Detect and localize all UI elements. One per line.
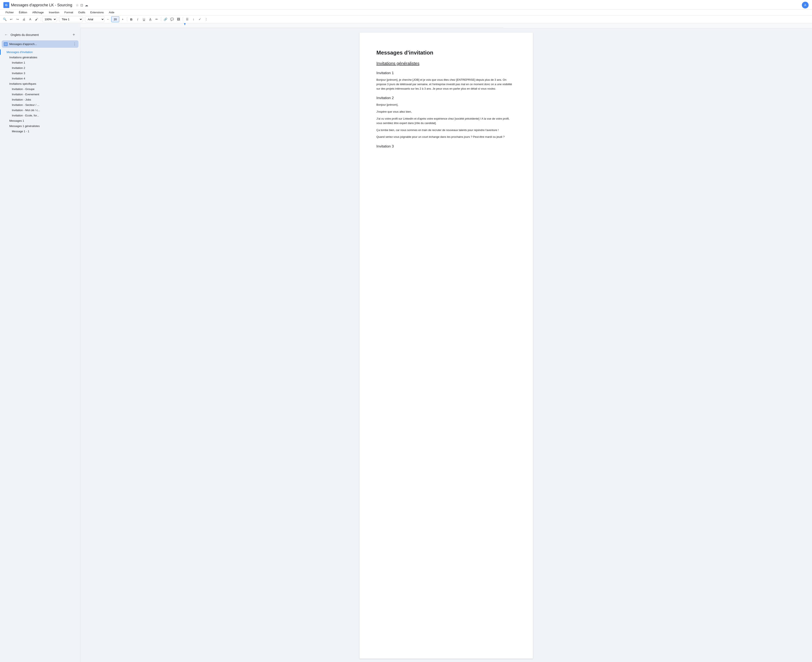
- doc-title-heading: Messages d'invitation: [376, 50, 516, 56]
- sidebar: ← Onglets du document + Messages d'appro…: [0, 28, 81, 662]
- ruler-svg: for (let i = -2; i <= 16; i++) { // tick…: [81, 23, 812, 28]
- doc-h2-generalistes: Invitations généralistes: [376, 61, 516, 66]
- underline-button[interactable]: U: [141, 16, 147, 22]
- menu-insertion[interactable]: Insertion: [47, 10, 61, 15]
- nav-item-12[interactable]: Invitation - Ecole, for...: [0, 113, 80, 118]
- menu-affichage[interactable]: Affichage: [30, 10, 46, 15]
- font-size-input[interactable]: [111, 16, 119, 22]
- doc-p-invitation2-2: J'espère que vous allez bien,: [376, 110, 516, 114]
- align-button[interactable]: ☰: [184, 16, 190, 22]
- doc-tab-name: Messages d'approch...: [9, 42, 71, 46]
- text-color-button[interactable]: A: [147, 16, 153, 22]
- doc-title: Messages d'approche LK - Sourcing: [11, 3, 72, 7]
- cloud-icon[interactable]: ☁: [85, 3, 88, 7]
- redo-button[interactable]: ↪: [14, 16, 21, 22]
- print-button[interactable]: 🖨: [21, 16, 27, 22]
- doc-h3-invitation3: Invitation 3: [376, 144, 516, 149]
- nav-item-15[interactable]: Message 1 - 1: [0, 129, 80, 134]
- svg-rect-0: [81, 23, 812, 28]
- style-select[interactable]: Titre 1 Titre 2 Titre 3 Normal: [60, 16, 83, 22]
- doc-p-invitation1: Bonjour [prénom], je cherche [JOB] et je…: [376, 78, 516, 91]
- menu-fichier[interactable]: Fichier: [3, 10, 16, 15]
- italic-button[interactable]: I: [135, 16, 141, 22]
- checklist-button[interactable]: ✓: [197, 16, 203, 22]
- sep4: [127, 17, 127, 21]
- back-button[interactable]: ←: [3, 32, 9, 38]
- nav-items: Messages d'invitationInvitations général…: [0, 50, 80, 134]
- menu-outils[interactable]: Outils: [76, 10, 87, 15]
- doc-tab-more-icon[interactable]: ⋮: [73, 42, 76, 46]
- undo-button[interactable]: ↩: [8, 16, 14, 22]
- folder-icon[interactable]: ⊡: [81, 3, 83, 7]
- section-generalistes: Invitations généralistes Invitation 1 Bo…: [376, 61, 516, 149]
- nav-item-2[interactable]: Invitation 1: [0, 60, 80, 65]
- menu-aide[interactable]: Aide: [107, 10, 116, 15]
- doc-p-invitation2-5: Quand seriez-vous joignable pour un cour…: [376, 135, 516, 139]
- nav-item-14[interactable]: Messages 1 généralistes: [0, 124, 80, 129]
- nav-item-13[interactable]: Messages 1: [0, 118, 80, 124]
- nav-item-1[interactable]: Invitations généralistes: [0, 55, 80, 60]
- doc-page: Messages d'invitation Invitations généra…: [359, 32, 533, 659]
- paint-format-button[interactable]: 🖌: [34, 16, 40, 22]
- font-size-increase[interactable]: +: [120, 16, 126, 22]
- doc-p-invitation2-3: J'ai vu votre profil sur LinkedIn et d'a…: [376, 117, 516, 125]
- more-options-button[interactable]: ⋮: [203, 16, 209, 22]
- user-avatar[interactable]: A: [802, 2, 809, 8]
- comment-button[interactable]: 💬: [169, 16, 175, 22]
- search-button[interactable]: 🔍: [2, 16, 8, 22]
- doc-area[interactable]: Messages d'invitation Invitations généra…: [81, 28, 812, 662]
- image-button[interactable]: 🖼: [176, 16, 181, 22]
- toolbar: 🔍 ↩ ↪ 🖨 A 🖌 100% 75% 125% 150% Titre 1 T…: [0, 15, 812, 23]
- doc-h3-invitation2: Invitation 2: [376, 96, 516, 100]
- nav-item-3[interactable]: Invitation 2: [0, 65, 80, 71]
- doc-tab[interactable]: Messages d'approch... ⋮: [2, 40, 79, 48]
- menu-edition[interactable]: Édition: [17, 10, 29, 15]
- bold-button[interactable]: B: [128, 16, 134, 22]
- line-spacing-button[interactable]: ↕: [190, 16, 197, 22]
- doc-p-invitation2-4: Ça tombe bien, car nous sommes en train …: [376, 128, 516, 132]
- zoom-select[interactable]: 100% 75% 125% 150%: [42, 16, 57, 22]
- spellcheck-button[interactable]: A: [27, 16, 33, 22]
- menu-format[interactable]: Format: [62, 10, 75, 15]
- google-docs-icon: G: [3, 2, 9, 8]
- nav-item-8[interactable]: Invitation - Evenement: [0, 92, 80, 97]
- link-button[interactable]: 🔗: [163, 16, 169, 22]
- star-icon[interactable]: ☆: [76, 3, 79, 7]
- font-select[interactable]: Arial Times New Roman Roboto: [85, 16, 105, 22]
- title-bar: G Messages d'approche LK - Sourcing ☆ ⊡ …: [0, 0, 812, 10]
- sidebar-header: ← Onglets du document +: [0, 32, 80, 40]
- nav-item-11[interactable]: Invitation - Mot clé / c...: [0, 108, 80, 113]
- doc-tab-icon: [4, 42, 8, 46]
- nav-item-4[interactable]: Invitation 3: [0, 71, 80, 76]
- sidebar-title: Onglets du document: [11, 33, 39, 37]
- title-icons: ☆ ⊡ ☁: [76, 3, 88, 7]
- sep3: [84, 17, 84, 21]
- sidebar-header-left: ← Onglets du document: [3, 32, 39, 38]
- menu-bar: Fichier Édition Affichage Insertion Form…: [0, 10, 812, 15]
- add-tab-button[interactable]: +: [71, 32, 77, 38]
- main-layout: ← Onglets du document + Messages d'appro…: [0, 28, 812, 662]
- sep1: [41, 17, 41, 21]
- nav-item-0[interactable]: Messages d'invitation: [0, 50, 80, 55]
- nav-item-5[interactable]: Invitation 4: [0, 76, 80, 81]
- nav-item-7[interactable]: Invitation - Groupe: [0, 87, 80, 92]
- nav-item-9[interactable]: Invitation - Jobs: [0, 97, 80, 102]
- ruler: for (let i = -2; i <= 16; i++) { // tick…: [81, 23, 812, 28]
- nav-item-10[interactable]: Invitation - Secteur / ...: [0, 102, 80, 108]
- doc-h3-invitation1: Invitation 1: [376, 71, 516, 75]
- menu-extensions[interactable]: Extensions: [88, 10, 106, 15]
- highlight-button[interactable]: ✏: [154, 16, 160, 22]
- doc-p-invitation2-1: Bonjour [prénom],: [376, 103, 516, 107]
- font-size-decrease[interactable]: −: [105, 16, 111, 22]
- nav-item-6[interactable]: Invitations spécifiques: [0, 81, 80, 87]
